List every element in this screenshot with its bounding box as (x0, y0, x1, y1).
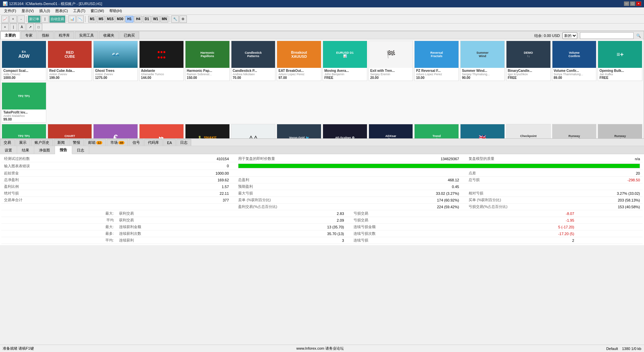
close-button[interactable]: ✕ (636, 1, 641, 6)
maximize-button[interactable]: □ (630, 1, 635, 6)
btab-signal[interactable]: 信号 (129, 139, 144, 146)
product-voron-grid[interactable]: Voron Grid 🐦 Voron Grid Aleksandr Voronk… (277, 124, 321, 138)
tf-h1[interactable]: H1 (125, 16, 133, 23)
product-compact-scal[interactable]: EAADW Compact Scal... Aida Chavez 1000.0… (2, 41, 46, 81)
product-binary-candle[interactable]: DEMO↑↓ BinaryCandle... Igor Kryuchkov FR… (506, 41, 551, 81)
tab-library[interactable]: 程序库 (54, 32, 74, 39)
product-candlestick[interactable]: CandlestickPatterns Candlestick P... And… (231, 41, 276, 81)
btab-ea[interactable]: EA (163, 139, 176, 146)
stats-row-capital: 起始资金 1000.00 点差 20 (1, 170, 643, 177)
btab-show[interactable]: 展示 (15, 139, 30, 146)
tab-purchased[interactable]: 已购买 (119, 32, 139, 39)
menu-view[interactable]: 显示(V) (19, 8, 37, 14)
rtab-results[interactable]: 结果 (17, 146, 34, 154)
search-icon[interactable]: 🔍 (636, 34, 641, 38)
tf-d1[interactable]: D1 (143, 16, 151, 23)
menu-file[interactable]: 文件(F) (1, 8, 19, 14)
product-runway-scalper[interactable]: RunwayScalper Runway Scalper Herni Widia… (598, 124, 642, 138)
product-red-cube[interactable]: REDCUBE Red Cube Ada... Anton Zverev 199… (48, 41, 92, 81)
tab-indicator[interactable]: 指标 (38, 32, 54, 39)
rtab-settings[interactable]: 设置 (0, 146, 17, 154)
btab-history[interactable]: 账户历史 (31, 139, 53, 146)
stat-val: 468.12 (347, 177, 462, 183)
product-af-scalper[interactable]: AF-Scalper ⚙ AF-scalper Dmitriy Afanasie… (323, 124, 367, 138)
menu-chart[interactable]: 图表(C) (53, 8, 70, 14)
tab-utilities[interactable]: 实用工具 (75, 32, 98, 39)
product-h4-gbpusd[interactable]: 🇬🇧 H4 GBPUSD T... Valery Potapov 149.00 (460, 124, 505, 138)
tf-m1[interactable]: M1 (88, 16, 96, 23)
tab-expert[interactable]: 专家 (21, 32, 37, 39)
product-runway-scalp-lite[interactable]: RunwayScalper Lite Runway Scalp... Herni… (552, 124, 597, 138)
product-eat-breakout[interactable]: BreakoutXAUUSD EAT BreakOut... Arturo Lo… (277, 41, 321, 81)
tf-m30[interactable]: M30 (115, 16, 124, 23)
tf-w1[interactable]: W1 (152, 16, 160, 23)
indicator-btn[interactable]: 🔧 (171, 15, 179, 23)
new-order-btn[interactable]: 新订单 (28, 15, 41, 23)
menu-insert[interactable]: 插入(I) (37, 8, 53, 14)
stat-val-neg: -8.07 (462, 210, 577, 217)
product-adxsar[interactable]: ADXsarIndicator ADXsar Artem Ashikhmin 2… (369, 124, 413, 138)
progress-fill (238, 164, 640, 168)
window-controls: ─ □ ✕ (624, 1, 641, 6)
product-chart-replicant[interactable]: CHARTREPLICANT Chart Replicant ... 15.00 (48, 124, 92, 138)
stat-lbl: 获利交易 (116, 217, 231, 224)
draw-btn[interactable]: | (10, 24, 17, 31)
line-chart-btn[interactable]: 📉 (76, 15, 84, 23)
tf-m15[interactable]: M15 (106, 16, 115, 23)
minimize-button[interactable]: ─ (624, 1, 629, 6)
text-btn[interactable]: A (18, 24, 25, 31)
product-takeprofit-lev[interactable]: TP2 TP1 TakeProfit lev... Andrii Malakho… (2, 82, 46, 123)
new-chart-btn[interactable]: 📈 (1, 15, 9, 23)
product-moving-avg[interactable]: EURUSD D1📊 Moving Avera... John Benjamin… (323, 41, 367, 81)
rtab-log[interactable]: 日志 (72, 146, 89, 154)
product-triangles[interactable]: △△ Triangles patt... Siarhei Baranousk 9… (231, 124, 276, 138)
chart-type-btn[interactable]: 📊 (68, 15, 76, 23)
product-summer-wind[interactable]: SummerWind Summer Wind... Sergey Thymalu… (460, 41, 505, 81)
product-snake-ea[interactable]: 🐍 SNAKE Snake EA Raul Pablo Garrido... 1… (185, 124, 230, 138)
btab-trade[interactable]: 交易 (0, 139, 15, 146)
tab-main[interactable]: 主要的 (0, 32, 20, 39)
crosshair-btn[interactable]: + (1, 24, 9, 31)
menu-tools[interactable]: 工具(T) (70, 8, 88, 14)
product-exit-trend[interactable]: 🏁 Exit with Tren... Sergey Eremin 20.00 (369, 41, 413, 81)
stat-val: 377 (116, 197, 231, 204)
btab-market[interactable]: 市场 48 (107, 139, 128, 146)
zoom-out-btn[interactable]: - (17, 15, 25, 23)
menu-window[interactable]: 窗口(W) (88, 8, 107, 14)
btab-codebrowser[interactable]: 代码库 (144, 139, 163, 146)
product-ghost-trees[interactable]: 🌊🌊 Ghost Trees Anton Zverev 1275.00 (93, 41, 138, 81)
menu-help[interactable]: 帮助(H) (107, 8, 124, 14)
stat-lbl: 连续亏损金额 (347, 224, 462, 230)
tf-mn[interactable]: MN (160, 16, 168, 23)
shape-btn[interactable]: □ (35, 24, 42, 31)
product-checkpoint[interactable]: CheckpointHURT TRADER Check Point Gennad… (506, 124, 551, 138)
window-title: 1235164: ICMarkets-Demo01 - 模拟账户 - [EURU… (9, 1, 102, 6)
tf-m5[interactable]: M5 (97, 16, 105, 23)
arrow-btn[interactable]: ↗ (26, 24, 34, 31)
stat-lbl: 平均: (1, 237, 116, 244)
tab-favorites[interactable]: 收藏夹 (99, 32, 119, 39)
product-victory-ma[interactable]: ▶▶ Victory MA Si... Viktoria Samoilenko … (139, 124, 184, 138)
product-takeprofit-demo[interactable]: TP2 TP1DEMO TakeProfit lev... Andrii Mal… (2, 124, 46, 138)
btab-mail[interactable]: 邮箱 12 (85, 139, 106, 146)
btab-log[interactable]: 日志 (176, 139, 191, 146)
search-input[interactable] (580, 32, 634, 39)
product-trend-catch[interactable]: TrendCatch EA A Trend Catch... Attila Mo… (414, 124, 459, 138)
rtab-report[interactable]: 报告 (55, 146, 72, 154)
settings-btn[interactable]: ⚙ (179, 15, 187, 23)
product-pz-reversal[interactable]: ReversalFractals PZ Reversal F... Arturo… (414, 41, 459, 81)
product-opening-bulk[interactable]: ≡+ Opening Bulk... Jan Kafka FREE (598, 41, 642, 81)
product-eurusd-trend[interactable]: € EURUSD Trend Alexander Pekhterev 150.0… (93, 124, 138, 138)
products-grid-row1: EAADW Compact Scal... Aida Chavez 1000.0… (2, 41, 642, 123)
zoom-in-btn[interactable]: + (9, 15, 17, 23)
products-area[interactable]: EAADW Compact Scal... Aida Chavez 1000.0… (0, 39, 644, 138)
category-select[interactable]: 新的 热门 (562, 32, 577, 39)
product-harmonic[interactable]: HarmonicPapillons Harmonic Pap... Ramon … (185, 41, 230, 81)
auto-trade-btn[interactable]: 自动交易 (49, 15, 65, 23)
tf-h4[interactable]: H4 (134, 16, 142, 23)
product-volume-confirm[interactable]: VolumeConfirm Volume Confir... Suriya Th… (552, 41, 597, 81)
btab-alert[interactable]: 警报 (69, 139, 84, 146)
rtab-equity[interactable]: 净值图 (34, 146, 55, 154)
product-adelante[interactable]: ●●●●●● Adelante Ghenadie Tumco 144.00 (139, 41, 184, 81)
btab-news[interactable]: 新闻 (54, 139, 68, 146)
